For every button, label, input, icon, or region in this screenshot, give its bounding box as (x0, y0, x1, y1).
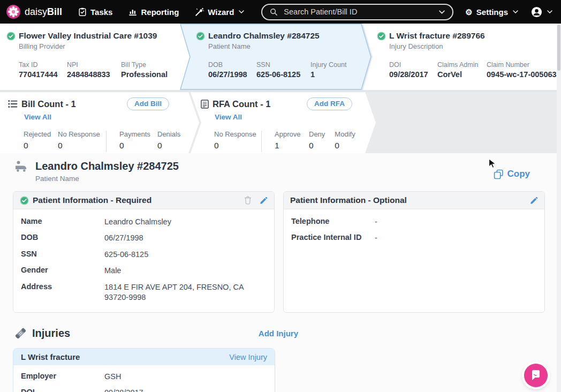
chat-bubble-icon (529, 369, 542, 382)
nav-tasks-label: Tasks (90, 7, 112, 17)
daisybill-logo[interactable]: daisyBill (6, 5, 62, 19)
field-claims-admin: Claims Admin CorVel (437, 61, 487, 79)
check-circle-icon (6, 32, 16, 41)
stat-divider (261, 131, 262, 152)
copy-label: Copy (507, 169, 530, 179)
field-npi: NPI 2484848833 (67, 61, 121, 79)
scrollbar-thumb[interactable] (557, 25, 560, 71)
row-gender: GenderMale (21, 263, 267, 280)
nav-reporting-label: Reporting (141, 7, 179, 17)
patient-info-optional-card: Patient Information - Optional Telephone… (283, 191, 545, 313)
stat-approve: Approve1 (275, 130, 309, 150)
row-ssn: SSN625-06-8125 (21, 246, 267, 263)
main-content: Leandro Chalmsley #284725 Patient Name C… (0, 153, 561, 392)
context-breadcrumb-bar: Flower Valley Industrial Care #1039 Bill… (0, 24, 561, 90)
stat-denials: Denials0 (157, 130, 180, 150)
stat-no-response: No Response0 (214, 130, 261, 150)
stat-rejected: Rejected0 (24, 130, 58, 150)
breadcrumb-title: Leandro Chalmsley #284725 (208, 31, 320, 41)
chevron-down-icon (239, 10, 244, 13)
row-doi: DOI09/28/2017 (21, 385, 267, 392)
stat-deny: Deny0 (309, 130, 335, 150)
edit-pencil-icon[interactable] (260, 197, 268, 205)
stat-divider (106, 131, 107, 152)
check-circle-icon (377, 32, 386, 41)
injury-card-title: L Wrist fracture (21, 352, 80, 361)
brand-text: daisyBill (25, 6, 62, 18)
nav-settings[interactable]: ⚙ Settings (465, 7, 518, 17)
injuries-heading: Injuries (32, 327, 70, 340)
rfa-view-all-link[interactable]: View All (215, 113, 242, 121)
copy-patient-button[interactable]: Copy (494, 169, 530, 179)
list-icon (8, 100, 18, 108)
rfa-count-title: RFA Count - 1 (213, 99, 270, 109)
trash-icon[interactable] (244, 196, 252, 205)
row-address: Address1814 E FIR AVE APT 204, FRESNO, C… (21, 279, 267, 306)
bar-chart-icon (128, 7, 137, 16)
add-rfa-button[interactable]: Add RFA (307, 97, 352, 110)
daisy-flower-icon (6, 5, 20, 19)
add-bill-button[interactable]: Add Bill (127, 97, 169, 110)
clipboard-icon (78, 7, 87, 16)
row-dob: DOB06/27/1998 (21, 230, 267, 247)
breadcrumb-title: Flower Valley Industrial Care #1039 (19, 31, 157, 41)
search-icon (270, 8, 278, 16)
row-employer: EmployerGSH (21, 368, 267, 385)
card-title: Patient Information - Optional (290, 195, 407, 205)
nav-account[interactable] (531, 6, 552, 18)
search-chevron-down-icon[interactable] (439, 10, 445, 14)
magic-wand-icon (195, 7, 204, 17)
field-tax-id: Tax ID 770417444 (19, 61, 67, 79)
breadcrumb-patient[interactable]: Leandro Chalmsley #284725 Patient Name D… (180, 24, 372, 90)
page-subtitle: Patient Name (35, 175, 179, 183)
nav-wizard[interactable]: Wizard (195, 7, 244, 17)
card-title: Patient Information - Required (33, 195, 151, 205)
app-window: daisyBill Tasks Reporting (0, 0, 561, 392)
top-navbar: daisyBill Tasks Reporting (0, 0, 561, 24)
nav-wizard-label: Wizard (208, 7, 234, 17)
stat-modify: Modify0 (335, 130, 355, 150)
counts-bar: Bill Count - 1 Add Bill View All Rejecte… (0, 92, 561, 153)
injuries-section-header: Injuries Add Injury (14, 327, 298, 340)
rfa-count-card: RFA Count - 1 Add RFA View All No Respon… (191, 92, 376, 153)
search-input[interactable] (283, 7, 439, 17)
view-injury-link[interactable]: View Injury (229, 353, 267, 361)
chevron-down-icon (513, 10, 518, 13)
global-search[interactable] (261, 4, 453, 20)
stat-no-response: No Response0 (58, 130, 106, 150)
patient-info-required-card: Patient Information - Required NameLeand (13, 191, 275, 313)
nav-reporting[interactable]: Reporting (128, 7, 179, 17)
bandage-icon (14, 327, 27, 340)
bill-view-all-link[interactable]: View All (24, 113, 51, 121)
breadcrumb-subtitle: Injury Description (389, 42, 561, 50)
breadcrumb-title: L Wrist fracture #289766 (389, 31, 485, 41)
nav-tasks[interactable]: Tasks (78, 7, 112, 17)
user-avatar-icon (531, 6, 542, 18)
check-circle-icon (20, 196, 29, 205)
breadcrumb-subtitle: Patient Name (208, 42, 372, 50)
page-title: Leandro Chalmsley #284725 (35, 160, 179, 172)
row-name: NameLeandro Chalmsley (21, 214, 267, 230)
breadcrumb-injury[interactable]: L Wrist fracture #289766 Injury Descript… (363, 24, 561, 90)
chat-widget-button[interactable] (524, 364, 548, 387)
row-practice-internal-id: Practice Internal ID- (291, 230, 537, 247)
injury-card: L Wrist fracture View Injury EmployerGSH… (13, 348, 275, 392)
field-ssn: SSN 625-06-8125 (256, 61, 310, 79)
patient-page-header: Leandro Chalmsley #284725 Patient Name C… (15, 160, 530, 183)
page-scrollbar[interactable] (557, 24, 561, 392)
patient-icon (15, 160, 29, 173)
bill-count-card: Bill Count - 1 Add Bill View All Rejecte… (0, 92, 199, 153)
row-telephone: Telephone- (291, 214, 537, 230)
nav-settings-label: Settings (476, 7, 508, 17)
check-circle-icon (196, 32, 205, 41)
add-injury-link[interactable]: Add Injury (259, 329, 298, 338)
patient-info-cards: Patient Information - Required NameLeand (13, 191, 545, 313)
field-dob: DOB 06/27/1998 (208, 61, 256, 79)
field-injury-count: Injury Count 1 (310, 61, 359, 79)
field-bill-type: Bill Type Professional (121, 61, 174, 79)
edit-pencil-icon[interactable] (530, 197, 538, 205)
copy-icon (494, 169, 504, 179)
breadcrumb-subtitle: Billing Provider (19, 42, 192, 50)
chevron-down-icon (547, 10, 552, 13)
breadcrumb-billing-provider[interactable]: Flower Valley Industrial Care #1039 Bill… (0, 24, 192, 90)
